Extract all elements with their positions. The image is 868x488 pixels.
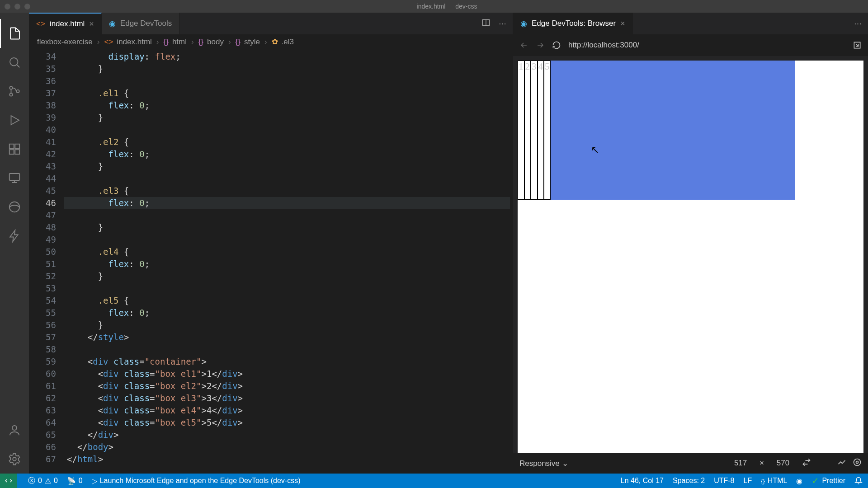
tab-edge-devtools[interactable]: ◉ Edge DevTools (102, 13, 179, 34)
rotate-icon[interactable] (802, 458, 811, 469)
reload-icon[interactable] (552, 41, 561, 50)
main-container: <> index.html × ◉ Edge DevTools ⋯ flexbo… (0, 13, 868, 474)
ports-status[interactable]: 📡0 (67, 477, 83, 485)
activity-bar (0, 13, 29, 474)
search-icon[interactable] (0, 48, 29, 77)
breadcrumb-file[interactable]: <> index.html (104, 38, 152, 47)
tab-index-html[interactable]: <> index.html × (29, 13, 102, 34)
chevron-right-icon: › (264, 38, 267, 47)
back-icon[interactable] (519, 41, 528, 50)
problems-status[interactable]: ⓧ0 ⚠0 (28, 476, 58, 486)
svg-point-2 (9, 93, 12, 96)
html-file-icon: <> (36, 19, 45, 28)
css-rule-icon: ✿ (272, 37, 278, 47)
device-toolbar: Responsive ⌄ × (513, 453, 868, 474)
svg-point-14 (854, 459, 861, 465)
preview-box-1: 1 (518, 61, 524, 200)
eol-status[interactable]: LF (744, 477, 752, 485)
preview-container: 1 2 3 4 5 (518, 61, 795, 200)
inspect-icon[interactable] (853, 458, 862, 469)
window-titlebar: index.html — dev-css (0, 0, 868, 13)
device-mode-dropdown[interactable]: Responsive ⌄ (519, 459, 568, 468)
breadcrumb-el3[interactable]: ✿ .el3 (272, 37, 294, 47)
breadcrumb-folder[interactable]: flexbox-exercise (37, 38, 93, 47)
breadcrumb-body[interactable]: {} body (198, 38, 224, 47)
browser-tabs: ◉ Edge DevTools: Browser × ⋯ (513, 13, 868, 34)
thunder-client-icon[interactable] (0, 221, 29, 250)
tab-devtools-browser[interactable]: ◉ Edge DevTools: Browser × (513, 13, 633, 34)
svg-point-11 (13, 457, 16, 461)
bracket-icon: {} (761, 478, 765, 484)
indentation-status[interactable]: Spaces: 2 (673, 477, 705, 485)
code-content[interactable]: display: flex; } .el1 { flex: 0; } .el2 … (67, 50, 513, 474)
status-bar: ⓧ0 ⚠0 📡0 ▷Launch Microsoft Edge and open… (0, 474, 868, 488)
prettier-status[interactable]: ✓ Prettier (811, 475, 845, 486)
more-actions-icon[interactable]: ⋯ (499, 19, 506, 28)
chevron-right-icon: › (97, 38, 100, 47)
check-icon: ✓ (811, 475, 819, 486)
preview-box-4: 4 (538, 61, 544, 200)
editor-tabs: <> index.html × ◉ Edge DevTools ⋯ (29, 13, 513, 34)
forward-icon[interactable] (536, 41, 545, 50)
url-input[interactable] (568, 41, 845, 50)
extensions-icon[interactable] (0, 135, 29, 164)
viewport-height-input[interactable] (770, 459, 796, 468)
edge-icon: ◉ (520, 19, 527, 28)
close-icon[interactable]: × (620, 19, 625, 28)
svg-point-10 (12, 426, 17, 430)
notifications-icon[interactable] (854, 477, 863, 485)
minimize-window-icon[interactable] (14, 4, 20, 9)
chevron-right-icon: › (228, 38, 231, 47)
encoding-status[interactable]: UTF-8 (714, 477, 734, 485)
broadcast-icon: ◉ (796, 477, 802, 485)
run-debug-icon[interactable] (0, 106, 29, 135)
launch-edge-status[interactable]: ▷Launch Microsoft Edge and open the Edge… (92, 477, 301, 485)
accounts-icon[interactable] (0, 416, 29, 445)
edge-icon: ◉ (109, 19, 116, 28)
html-file-icon: <> (104, 38, 113, 47)
svg-point-9 (9, 202, 20, 212)
svg-point-0 (10, 58, 18, 66)
bracket-icon: {} (164, 38, 169, 47)
maximize-window-icon[interactable] (24, 4, 30, 9)
code-editor[interactable]: 3435363738394041424344454647484950515253… (29, 50, 513, 474)
go-live-status[interactable]: ◉ (796, 477, 802, 485)
edge-tools-icon[interactable] (0, 192, 29, 221)
svg-point-1 (9, 86, 12, 89)
radio-tower-icon: 📡 (67, 477, 76, 485)
remote-indicator[interactable] (0, 474, 17, 488)
explorer-icon[interactable] (0, 19, 29, 48)
viewport-width-input[interactable] (728, 459, 753, 468)
preview-box-2: 2 (524, 61, 531, 200)
screencast-icon[interactable] (837, 458, 846, 469)
browser-toolbar (513, 34, 868, 56)
cursor-icon: ↖ (591, 144, 599, 156)
more-actions-icon[interactable]: ⋯ (854, 19, 862, 28)
breadcrumb-style[interactable]: {} style (236, 38, 260, 47)
split-editor-icon[interactable] (481, 18, 491, 29)
chevron-right-icon: › (191, 38, 194, 47)
svg-rect-4 (9, 144, 14, 149)
warning-icon: ⚠ (45, 477, 51, 485)
settings-gear-icon[interactable] (0, 445, 29, 474)
error-icon: ⓧ (28, 476, 35, 486)
dimension-separator: × (760, 459, 764, 468)
language-status[interactable]: {} HTML (761, 477, 787, 485)
tab-label: Edge DevTools: Browser (532, 19, 616, 28)
close-window-icon[interactable] (5, 4, 10, 9)
preview-box-5: 5 (544, 61, 551, 200)
preview-viewport[interactable]: 1 2 3 4 5 ↖ (518, 61, 863, 453)
tab-label: Edge DevTools (120, 19, 172, 28)
source-control-icon[interactable] (0, 77, 29, 106)
open-external-icon[interactable] (853, 41, 862, 50)
remote-explorer-icon[interactable] (0, 164, 29, 192)
breadcrumbs[interactable]: flexbox-exercise › <> index.html › {} ht… (29, 34, 513, 50)
breadcrumb-html[interactable]: {} html (164, 38, 187, 47)
line-gutter: 3435363738394041424344454647484950515253… (29, 50, 67, 474)
chevron-down-icon: ⌄ (562, 459, 568, 468)
window-title: index.html — dev-css (30, 3, 863, 10)
cursor-position[interactable]: Ln 46, Col 17 (621, 477, 664, 485)
svg-point-3 (16, 90, 19, 93)
browser-panel: ◉ Edge DevTools: Browser × ⋯ 1 2 3 4 5 ↖ (513, 13, 868, 474)
close-icon[interactable]: × (89, 19, 94, 29)
